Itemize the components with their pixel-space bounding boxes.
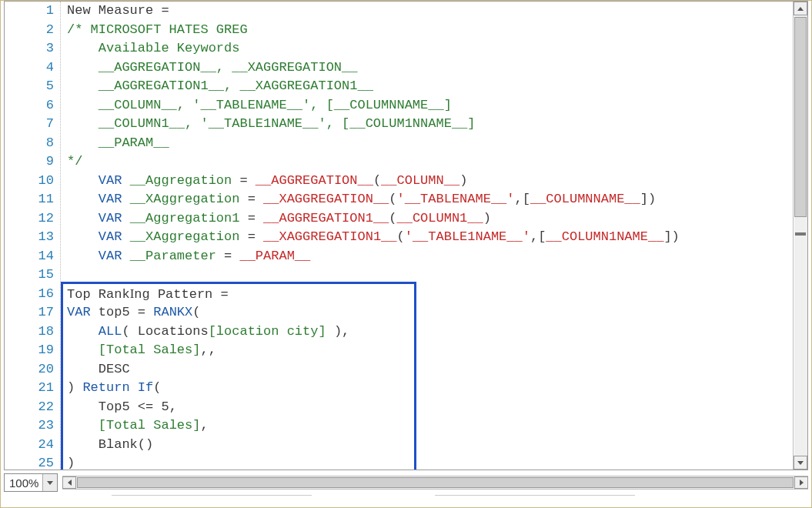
- code-line[interactable]: [Total Sales],: [61, 416, 794, 436]
- horizontal-scrollbar[interactable]: [62, 476, 808, 490]
- code-line[interactable]: VAR __Aggregation1 = __AGGREGATION1__(__…: [61, 209, 794, 229]
- code-line[interactable]: DESC: [61, 360, 794, 379]
- code-line[interactable]: __COLUMN__, '__TABLENAME__', [__COLUMNNA…: [61, 96, 794, 115]
- vertical-scrollbar[interactable]: [793, 2, 807, 470]
- horizontal-scroll-thumb[interactable]: [77, 477, 794, 488]
- code-line[interactable]: Top5 <= 5,: [61, 398, 794, 417]
- line-number: 5: [5, 77, 60, 96]
- line-number: 2: [5, 21, 60, 40]
- line-number: 23: [5, 416, 60, 436]
- line-number: 6: [5, 96, 60, 115]
- code-line[interactable]: VAR __Aggregation = __AGGREGATION__(__CO…: [61, 172, 794, 191]
- line-number: 13: [5, 228, 60, 247]
- code-line[interactable]: ): [61, 454, 794, 470]
- scroll-left-button[interactable]: [62, 476, 76, 489]
- line-number: 1: [5, 2, 60, 21]
- line-number: 24: [5, 436, 60, 455]
- code-line[interactable]: Top RankIng Pattern =: [61, 285, 794, 304]
- code-line[interactable]: __COLUMN1__, '__TABLE1NAME__', [__COLUM1…: [61, 115, 794, 134]
- line-number: 9: [5, 152, 60, 172]
- code-line[interactable]: Available Keywords: [61, 39, 794, 58]
- chevron-right-icon: [800, 480, 804, 486]
- line-number: 4: [5, 58, 60, 78]
- zoom-selector[interactable]: 100%: [4, 473, 58, 492]
- line-number: 18: [5, 323, 60, 342]
- line-number: 10: [5, 172, 60, 191]
- code-line[interactable]: ) Return If(: [61, 379, 794, 398]
- code-area[interactable]: New Measure = /* MICROSOFT HATES GREG Av…: [61, 2, 807, 470]
- line-number: 11: [5, 190, 60, 209]
- code-line[interactable]: VAR __XAggregation = __XAGGREGATION__('_…: [61, 190, 794, 209]
- line-number: 7: [5, 115, 60, 134]
- line-number-gutter: 1 2 3 4 5 6 7 8 9 10 11 12 13 14 15 16 1…: [5, 2, 61, 470]
- code-line[interactable]: VAR __Parameter = __PARAM__: [61, 247, 794, 266]
- zoom-value: 100%: [5, 476, 42, 490]
- line-number: 8: [5, 134, 60, 153]
- vertical-scroll-thumb[interactable]: [794, 17, 807, 217]
- code-line[interactable]: VAR __XAggregation = __XAGGREGATION1__('…: [61, 228, 794, 247]
- code-line[interactable]: Blank(): [61, 436, 794, 455]
- status-box: [435, 495, 635, 506]
- code-line[interactable]: */: [61, 152, 794, 172]
- chevron-up-icon: [797, 7, 804, 11]
- scroll-right-button[interactable]: [794, 476, 808, 489]
- code-line[interactable]: VAR top5 = RANKX(: [61, 303, 794, 323]
- code-line[interactable]: [61, 266, 794, 285]
- line-number: 21: [5, 379, 60, 398]
- line-number: 16: [5, 285, 60, 304]
- line-number: 22: [5, 398, 60, 417]
- code-line[interactable]: /* MICROSOFT HATES GREG: [61, 21, 794, 40]
- zoom-dropdown-button[interactable]: [42, 474, 57, 491]
- line-number: 20: [5, 360, 60, 379]
- scroll-up-button[interactable]: [794, 2, 807, 15]
- code-line[interactable]: __AGGREGATION__, __XAGGREGATION__: [61, 58, 794, 78]
- chevron-left-icon: [68, 480, 72, 486]
- line-number: 19: [5, 341, 60, 360]
- code-line[interactable]: __AGGREGATION1__, __XAGGREGATION1__: [61, 77, 794, 96]
- code-editor[interactable]: 1 2 3 4 5 6 7 8 9 10 11 12 13 14 15 16 1…: [4, 1, 808, 470]
- code-line[interactable]: __PARAM__: [61, 134, 794, 153]
- code-line[interactable]: [Total Sales],,: [61, 341, 794, 360]
- line-number: 12: [5, 209, 60, 229]
- code-line[interactable]: ALL( Locations[location city] ),: [61, 323, 794, 342]
- line-number: 3: [5, 39, 60, 58]
- status-box: [112, 495, 312, 506]
- scroll-down-button[interactable]: [794, 456, 807, 470]
- line-number: 15: [5, 266, 60, 285]
- code-line[interactable]: New Measure =: [61, 2, 794, 21]
- status-bar: [4, 495, 808, 506]
- line-number: 14: [5, 247, 60, 266]
- chevron-down-icon: [47, 481, 53, 485]
- line-number: 17: [5, 303, 60, 323]
- chevron-down-icon: [797, 461, 804, 465]
- line-number: 25: [5, 454, 60, 473]
- scroll-marker: [795, 232, 806, 236]
